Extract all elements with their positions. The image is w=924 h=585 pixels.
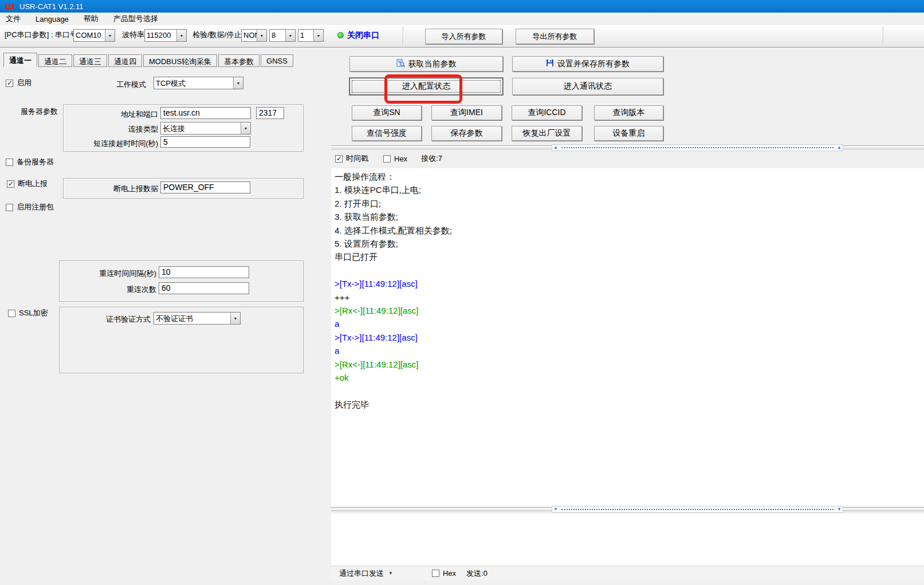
send-input-area[interactable]: [331, 513, 924, 566]
splitter-dots: [561, 509, 833, 510]
reg-packet-label: 启用注册包: [17, 202, 54, 212]
log-line: [335, 264, 921, 277]
collapse-down-icon[interactable]: ▼: [552, 507, 559, 512]
log-line: +ok: [335, 371, 921, 384]
enable-checkbox[interactable]: [6, 80, 13, 87]
reg-packet-row[interactable]: 启用注册包: [6, 202, 54, 212]
chevron-down-icon[interactable]: ▼: [233, 77, 243, 89]
enter-config-button[interactable]: 进入配置状态: [349, 78, 503, 95]
collapse-up-icon[interactable]: ▲: [836, 145, 843, 151]
chevron-down-icon[interactable]: ▼: [176, 30, 186, 41]
chevron-down-icon[interactable]: ▼: [105, 30, 115, 41]
ssl-label: SSL加密: [19, 308, 48, 318]
timestamp-row[interactable]: 时间戳: [335, 153, 368, 164]
send-via-serial-button[interactable]: 通过串口发送 ▼: [336, 568, 396, 579]
hex-send-row[interactable]: Hex: [432, 569, 456, 578]
query-imei-button[interactable]: 查询IMEI: [431, 105, 502, 120]
reconnect-count-input[interactable]: 60: [159, 282, 249, 294]
chevron-down-icon[interactable]: ▼: [313, 30, 323, 41]
query-sn-button[interactable]: 查询SN: [352, 105, 422, 120]
menu-item[interactable]: 文件: [6, 14, 21, 24]
port-input[interactable]: 2317: [256, 107, 284, 119]
conn-type-select[interactable]: 长连接 ▼: [160, 122, 251, 135]
set-save-params-button[interactable]: 设置并保存所有参数: [512, 56, 663, 72]
cert-verify-select[interactable]: 不验证证书 ▼: [154, 312, 241, 325]
hex-send-label: Hex: [443, 569, 456, 578]
export-params-button[interactable]: 导出所有参数: [516, 29, 594, 44]
power-report-checkbox[interactable]: [7, 180, 14, 188]
floppy-save-icon: [546, 59, 554, 69]
chevron-down-icon[interactable]: ▼: [257, 30, 266, 41]
ssl-checkbox[interactable]: [8, 310, 15, 317]
query-version-button[interactable]: 查询版本: [594, 105, 663, 120]
collapse-down-icon[interactable]: ▼: [836, 507, 843, 512]
power-data-label: 断电上报数据: [84, 184, 158, 194]
power-report-row[interactable]: 断电上报: [7, 179, 48, 189]
tab[interactable]: 通道三: [73, 54, 107, 67]
stopbits-select[interactable]: 1 ▼: [298, 29, 324, 42]
factory-reset-button[interactable]: 恢复出厂设置: [512, 126, 582, 141]
hex-recv-label: Hex: [394, 155, 407, 163]
close-port-button[interactable]: 关闭串口: [347, 30, 379, 41]
enter-comm-button[interactable]: 进入通讯状态: [512, 78, 663, 95]
tab[interactable]: MODBUS轮询采集: [143, 54, 217, 67]
import-params-button[interactable]: 导入所有参数: [425, 29, 502, 44]
tab[interactable]: 通道一: [3, 53, 37, 67]
baud-select[interactable]: 115200 ▼: [144, 29, 187, 42]
address-input[interactable]: test.usr.cn: [160, 107, 251, 119]
channel-tabs: 通道一通道二通道三通道四MODBUS轮询采集基本参数GNSS: [3, 53, 294, 67]
query-iccid-button[interactable]: 查询ICCID: [512, 105, 582, 120]
toolbar-separator: [403, 26, 403, 46]
tab[interactable]: 基本参数: [218, 54, 259, 67]
address-label: 地址和端口: [84, 109, 158, 120]
sent-count: 发送:0: [466, 568, 487, 579]
baud-label: 波特率: [122, 30, 144, 40]
backup-server-row[interactable]: 备份服务器: [6, 157, 54, 167]
ssl-row[interactable]: SSL加密: [8, 308, 48, 318]
get-params-button[interactable]: 获取当前参数: [349, 56, 503, 72]
chevron-down-icon[interactable]: ▼: [230, 313, 240, 324]
device-reboot-button[interactable]: 设备重启: [594, 126, 663, 141]
power-data-input[interactable]: POWER_OFF: [160, 181, 250, 193]
work-mode-select[interactable]: TCP模式 ▼: [154, 77, 243, 89]
menu-item[interactable]: 产品型号选择: [113, 14, 158, 24]
send-splitter[interactable]: ▼ ▼: [331, 506, 924, 513]
tab[interactable]: 通道二: [38, 54, 72, 67]
hex-recv-checkbox[interactable]: [383, 155, 391, 163]
hex-send-checkbox[interactable]: [432, 570, 439, 577]
menu-item[interactable]: 帮助: [84, 14, 99, 24]
hex-recv-row[interactable]: Hex: [383, 155, 407, 163]
chevron-down-icon[interactable]: ▼: [241, 122, 250, 134]
enable-checkbox-row[interactable]: 启用: [6, 78, 32, 88]
backup-server-checkbox[interactable]: [6, 159, 13, 166]
collapse-up-icon[interactable]: ▲: [552, 145, 559, 151]
query-signal-button[interactable]: 查信号强度: [352, 126, 422, 141]
log-line: a: [335, 317, 921, 330]
splitter-handle[interactable]: ▼ ▼: [552, 506, 843, 513]
tab[interactable]: 通道四: [108, 54, 142, 67]
short-timeout-input[interactable]: 5: [160, 136, 250, 148]
menu-item[interactable]: Language: [36, 15, 69, 23]
parity-select[interactable]: NONI ▼: [241, 29, 267, 42]
reg-packet-checkbox[interactable]: [6, 204, 13, 211]
databits-select[interactable]: 8 ▼: [269, 29, 296, 42]
com-port-select[interactable]: COM10 ▼: [73, 29, 115, 42]
pc-serial-label: [PC串口参数] : 串口号: [5, 30, 77, 40]
reconnect-interval-input[interactable]: 10: [159, 266, 249, 278]
log-splitter[interactable]: ▲ ▲: [331, 144, 924, 152]
reconnect-interval-label: 重连时间间隔(秒): [63, 268, 156, 279]
chevron-down-icon[interactable]: ▼: [285, 30, 295, 41]
save-params-button[interactable]: 保存参数: [431, 126, 502, 141]
backup-server-label: 备份服务器: [17, 157, 54, 167]
log-output[interactable]: 一般操作流程：1. 模块连PC串口,上电;2. 打开串口;3. 获取当前参数;4…: [331, 168, 924, 506]
power-report-label: 断电上报: [18, 179, 48, 189]
log-toggle-row: 时间戳 Hex 接收:7: [335, 153, 442, 164]
tab[interactable]: GNSS: [261, 54, 293, 67]
timestamp-checkbox[interactable]: [335, 155, 343, 163]
work-mode-label: 工作模式: [86, 80, 146, 90]
menu-bar: 文件Language帮助产品型号选择: [0, 13, 924, 25]
log-line: >[Rx<-][11:49:12][asc]: [335, 358, 921, 371]
app-logo-icon: [5, 2, 15, 10]
app-window: USR-CAT1 V1.2.11 文件Language帮助产品型号选择 [PC串…: [0, 0, 924, 585]
splitter-handle[interactable]: ▲ ▲: [552, 144, 843, 151]
